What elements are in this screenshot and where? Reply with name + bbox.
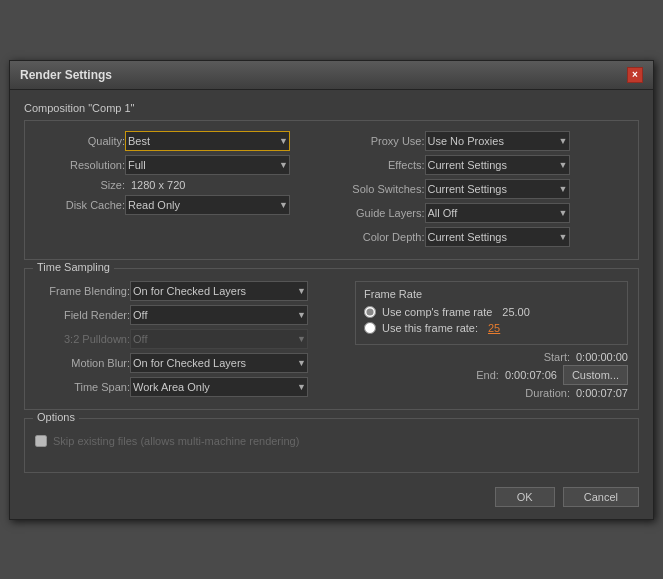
- dialog-body: Composition "Comp 1" Quality: Best Draft…: [10, 90, 653, 519]
- use-comp-rate-row: Use comp's frame rate 25.00: [364, 306, 619, 318]
- options-section: Options Skip existing files (allows mult…: [24, 418, 639, 473]
- motion-blur-row: Motion Blur: On for Checked Layers On fo…: [35, 353, 345, 373]
- skip-existing-label: Skip existing files (allows multi-machin…: [53, 435, 299, 447]
- motion-blur-select[interactable]: On for Checked Layers On for All Layers …: [130, 353, 308, 373]
- proxy-row: Proxy Use: Use No Proxies Use All Proxie…: [340, 131, 629, 151]
- motion-blur-select-wrap: On for Checked Layers On for All Layers …: [130, 353, 308, 373]
- time-info: Start: 0:00:00:00 End: 0:00:07:06 Custom…: [355, 351, 628, 399]
- resolution-label: Resolution:: [35, 159, 125, 171]
- duration-label: Duration:: [525, 387, 570, 399]
- pulldown-select[interactable]: Off: [130, 329, 308, 349]
- proxy-select[interactable]: Use No Proxies Use All Proxies Use Comp …: [425, 131, 570, 151]
- field-render-select-wrap: Off Upper Field First Lower Field First …: [130, 305, 308, 325]
- guide-select-wrap: All Off All On ▼: [425, 203, 570, 223]
- end-label: End:: [476, 369, 499, 381]
- frame-blending-select-wrap: On for Checked Layers On for All Layers …: [130, 281, 308, 301]
- size-value: 1280 x 720: [131, 179, 185, 191]
- resolution-select[interactable]: Full Half Third Quarter Custom: [125, 155, 290, 175]
- use-comp-rate-radio[interactable]: [364, 306, 376, 318]
- frame-rate-title: Frame Rate: [364, 288, 619, 300]
- end-value: 0:00:07:06: [505, 369, 557, 381]
- solo-select[interactable]: Current Settings All Off: [425, 179, 570, 199]
- use-this-rate-radio[interactable]: [364, 322, 376, 334]
- dialog-title: Render Settings: [20, 68, 112, 82]
- effects-select-wrap: Current Settings All On All Off ▼: [425, 155, 570, 175]
- quality-row: Quality: Best Draft Wireframe ▼: [35, 131, 324, 151]
- start-row: Start: 0:00:00:00: [355, 351, 628, 363]
- size-label: Size:: [35, 179, 125, 191]
- close-button[interactable]: ×: [627, 67, 643, 83]
- use-this-rate-value[interactable]: 25: [488, 322, 500, 334]
- frame-blending-row: Frame Blending: On for Checked Layers On…: [35, 281, 345, 301]
- size-row: Size: 1280 x 720: [35, 179, 324, 191]
- guide-row: Guide Layers: All Off All On ▼: [340, 203, 629, 223]
- use-this-rate-row: Use this frame rate: 25: [364, 322, 619, 334]
- end-row: End: 0:00:07:06 Custom...: [355, 365, 628, 385]
- effects-select[interactable]: Current Settings All On All Off: [425, 155, 570, 175]
- use-this-rate-label: Use this frame rate:: [382, 322, 478, 334]
- composition-settings-section: Quality: Best Draft Wireframe ▼ Resol: [24, 120, 639, 260]
- frame-rate-section: Frame Rate Use comp's frame rate 25.00 U…: [355, 281, 628, 345]
- diskcache-select-wrap: Read Only Current Settings Off ▼: [125, 195, 290, 215]
- frame-blending-label: Frame Blending:: [35, 285, 130, 297]
- proxy-select-wrap: Use No Proxies Use All Proxies Use Comp …: [425, 131, 570, 151]
- guide-select[interactable]: All Off All On: [425, 203, 570, 223]
- title-bar: Render Settings ×: [10, 61, 653, 90]
- proxy-label: Proxy Use:: [340, 135, 425, 147]
- solo-label: Solo Switches:: [340, 183, 425, 195]
- colordepth-label: Color Depth:: [340, 231, 425, 243]
- colordepth-row: Color Depth: Current Settings 8 bits per…: [340, 227, 629, 247]
- diskcache-select[interactable]: Read Only Current Settings Off: [125, 195, 290, 215]
- duration-value: 0:00:07:07: [576, 387, 628, 399]
- time-span-select[interactable]: Work Area Only Length of Comp Custom: [130, 377, 308, 397]
- pulldown-row: 3:2 Pulldown: Off ▼: [35, 329, 345, 349]
- colordepth-select[interactable]: Current Settings 8 bits per channel 16 b…: [425, 227, 570, 247]
- bottom-buttons: OK Cancel: [24, 481, 639, 509]
- solo-select-wrap: Current Settings All Off ▼: [425, 179, 570, 199]
- resolution-row: Resolution: Full Half Third Quarter Cust…: [35, 155, 324, 175]
- use-comp-rate-label: Use comp's frame rate: [382, 306, 492, 318]
- diskcache-row: Disk Cache: Read Only Current Settings O…: [35, 195, 324, 215]
- motion-blur-label: Motion Blur:: [35, 357, 130, 369]
- custom-button[interactable]: Custom...: [563, 365, 628, 385]
- field-render-label: Field Render:: [35, 309, 130, 321]
- time-span-label: Time Span:: [35, 381, 130, 393]
- solo-row: Solo Switches: Current Settings All Off …: [340, 179, 629, 199]
- effects-label: Effects:: [340, 159, 425, 171]
- ok-button[interactable]: OK: [495, 487, 555, 507]
- time-sampling-right: Frame Rate Use comp's frame rate 25.00 U…: [355, 281, 628, 401]
- frame-blending-select[interactable]: On for Checked Layers On for All Layers …: [130, 281, 308, 301]
- use-comp-rate-value: 25.00: [502, 306, 530, 318]
- quality-label: Quality:: [35, 135, 125, 147]
- pulldown-label: 3:2 Pulldown:: [35, 333, 130, 345]
- left-settings-col: Quality: Best Draft Wireframe ▼ Resol: [35, 131, 324, 251]
- resolution-select-wrap: Full Half Third Quarter Custom ▼: [125, 155, 290, 175]
- guide-label: Guide Layers:: [340, 207, 425, 219]
- time-span-select-wrap: Work Area Only Length of Comp Custom ▼: [130, 377, 308, 397]
- colordepth-select-wrap: Current Settings 8 bits per channel 16 b…: [425, 227, 570, 247]
- time-sampling-left: Frame Blending: On for Checked Layers On…: [35, 281, 345, 401]
- effects-row: Effects: Current Settings All On All Off…: [340, 155, 629, 175]
- time-sampling-title: Time Sampling: [33, 261, 114, 273]
- quality-select-wrap: Best Draft Wireframe ▼: [125, 131, 290, 151]
- right-settings-col: Proxy Use: Use No Proxies Use All Proxie…: [340, 131, 629, 251]
- cancel-button[interactable]: Cancel: [563, 487, 639, 507]
- skip-existing-checkbox[interactable]: [35, 435, 47, 447]
- start-label: Start:: [544, 351, 570, 363]
- composition-label: Composition "Comp 1": [24, 102, 639, 114]
- duration-row: Duration: 0:00:07:07: [355, 387, 628, 399]
- quality-select[interactable]: Best Draft Wireframe: [125, 131, 290, 151]
- time-span-row: Time Span: Work Area Only Length of Comp…: [35, 377, 345, 397]
- options-title: Options: [33, 411, 79, 423]
- diskcache-label: Disk Cache:: [35, 199, 125, 211]
- render-settings-dialog: Render Settings × Composition "Comp 1" Q…: [9, 60, 654, 520]
- pulldown-select-wrap: Off ▼: [130, 329, 308, 349]
- field-render-select[interactable]: Off Upper Field First Lower Field First: [130, 305, 308, 325]
- skip-existing-row: Skip existing files (allows multi-machin…: [35, 435, 628, 447]
- time-sampling-section: Time Sampling Frame Blending: On for Che…: [24, 268, 639, 410]
- start-value: 0:00:00:00: [576, 351, 628, 363]
- field-render-row: Field Render: Off Upper Field First Lowe…: [35, 305, 345, 325]
